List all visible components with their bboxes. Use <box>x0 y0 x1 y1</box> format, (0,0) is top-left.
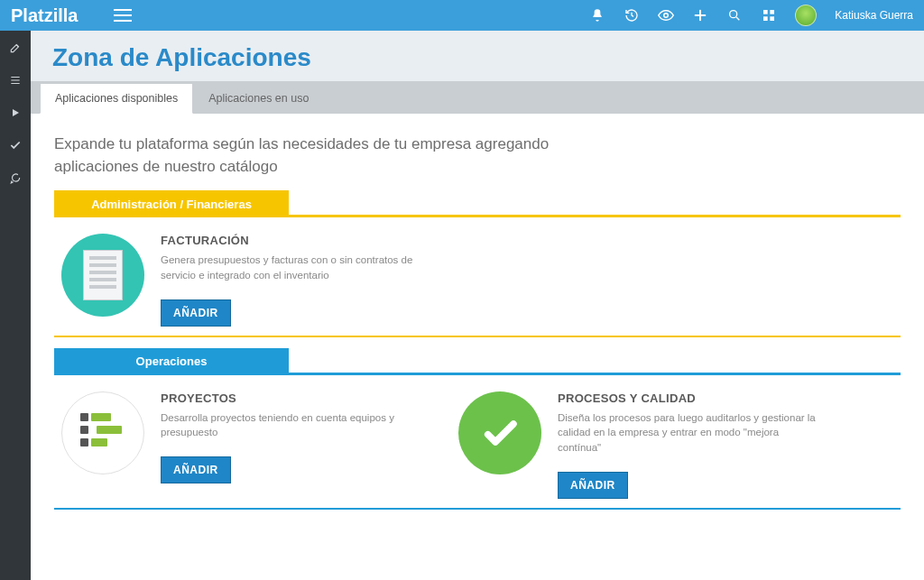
category-header-adminfin: Administración / Financieras <box>54 190 901 217</box>
app-card-proyectos: PROYECTOS Desarrolla proyectos teniendo … <box>61 391 422 499</box>
svg-rect-3 <box>771 10 775 14</box>
brand-logo[interactable]: Platzilla <box>11 5 78 26</box>
app-card-procesos: PROCESOS Y CALIDAD Diseña los procesos p… <box>458 391 819 499</box>
tab-inuse[interactable]: Aplicaciones en uso <box>193 83 324 114</box>
username-label[interactable]: Katiuska Guerra <box>835 9 913 22</box>
svg-rect-5 <box>771 16 775 21</box>
category-body-operaciones: PROYECTOS Desarrolla proyectos teniendo … <box>54 375 901 504</box>
avatar[interactable] <box>795 5 817 26</box>
left-rail <box>0 31 31 580</box>
category-line <box>289 215 901 217</box>
category-footer-operaciones <box>54 508 901 510</box>
page-title: Zona de Aplicaciones <box>52 43 924 72</box>
bell-icon[interactable] <box>589 7 605 23</box>
svg-rect-2 <box>763 10 768 14</box>
app-desc: Desarrolla proyectos teniendo en cuenta … <box>161 410 422 440</box>
app-title: FACTURACIÓN <box>161 234 422 247</box>
tabs: Aplicaciones disponibles Aplicaciones en… <box>31 81 924 114</box>
category-title-operaciones: Operaciones <box>54 348 289 375</box>
svg-rect-4 <box>763 16 768 21</box>
intro-text: Expande tu plataforma según las necesida… <box>54 133 559 178</box>
app-title: PROYECTOS <box>161 391 422 405</box>
apps-grid-icon[interactable] <box>761 7 777 23</box>
topbar-right: Katiuska Guerra <box>589 5 913 26</box>
category-footer-adminfin <box>54 336 901 337</box>
content: Expande tu plataforma según las necesida… <box>31 114 924 580</box>
history-icon[interactable] <box>624 7 640 23</box>
add-button-proyectos[interactable]: AÑADIR <box>161 456 231 483</box>
category-title-adminfin: Administración / Financieras <box>54 190 289 217</box>
app-desc: Diseña los procesos para luego auditarlo… <box>558 410 819 456</box>
category-header-operaciones: Operaciones <box>54 348 901 375</box>
app-text: PROCESOS Y CALIDAD Diseña los procesos p… <box>558 391 819 499</box>
menu-toggle-icon[interactable] <box>114 9 132 22</box>
eye-icon[interactable] <box>658 7 674 23</box>
list-icon[interactable] <box>7 72 23 88</box>
topbar: Platzilla Katiuska Guerra <box>0 0 924 31</box>
add-button-procesos[interactable]: AÑADIR <box>558 472 628 499</box>
checkmark-icon <box>458 391 541 474</box>
app-text: PROYECTOS Desarrolla proyectos teniendo … <box>161 391 422 499</box>
gantt-icon <box>61 391 144 474</box>
search-icon[interactable] <box>726 7 743 23</box>
play-icon[interactable] <box>7 105 23 121</box>
svg-point-1 <box>730 11 737 18</box>
plus-icon[interactable] <box>692 7 708 23</box>
app-desc: Genera presupuestos y facturas con o sin… <box>161 253 422 282</box>
page-header: Zona de Aplicaciones <box>31 31 924 81</box>
category-body-adminfin: FACTURACIÓN Genera presupuestos y factur… <box>54 217 901 331</box>
check-icon[interactable] <box>7 137 23 153</box>
add-button-facturacion[interactable]: AÑADIR <box>161 299 231 327</box>
app-card-facturacion: FACTURACIÓN Genera presupuestos y factur… <box>61 234 422 326</box>
app-title: PROCESOS Y CALIDAD <box>558 391 819 405</box>
page: Zona de Aplicaciones Aplicaciones dispon… <box>31 31 924 580</box>
edit-icon[interactable] <box>7 40 23 56</box>
tab-available[interactable]: Aplicaciones disponibles <box>40 83 193 114</box>
chat-icon[interactable] <box>7 170 23 186</box>
svg-point-0 <box>664 14 669 18</box>
app-text: FACTURACIÓN Genera presupuestos y factur… <box>161 234 422 326</box>
invoice-icon <box>61 234 144 317</box>
category-line <box>289 373 901 375</box>
